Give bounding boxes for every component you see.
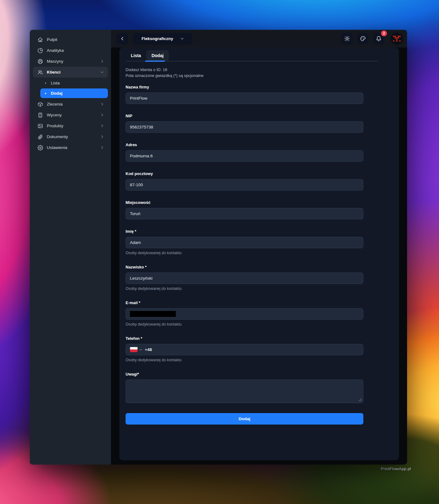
- input-value: Leszczyński: [130, 276, 153, 281]
- field-nazwa-firmy: Nazwa firmy PrintFlow: [126, 85, 363, 104]
- intro-line-2: Pola oznaczone gwiazdką (*) są opcjonaln…: [126, 73, 393, 79]
- sidebar-item-label: Klienci: [47, 70, 60, 74]
- sun-icon: [344, 36, 350, 42]
- sidebar-item-label: Wyceny: [47, 113, 62, 117]
- input-value: Adam: [130, 240, 141, 245]
- tab-lista[interactable]: Lista: [126, 50, 146, 61]
- field-uwagi: Uwagi*: [126, 372, 363, 403]
- chevron-down-icon: [180, 37, 184, 41]
- sidebar-subitem-dodaj[interactable]: Dodaj: [40, 88, 108, 98]
- chevron-right-icon: [100, 59, 104, 63]
- avatar-identicon-icon: [393, 36, 401, 42]
- input-value: 87-100: [130, 182, 143, 187]
- tab-dodaj[interactable]: Dodaj: [146, 50, 169, 61]
- notification-badge: 2: [381, 30, 387, 36]
- field-label: Nazwisko *: [126, 265, 363, 269]
- nip-input[interactable]: 9562375738: [126, 121, 363, 133]
- sidebar-item-label: Pulpit: [47, 37, 57, 42]
- bell-icon: [376, 36, 382, 42]
- topbar: Fleksograficzny: [111, 30, 407, 47]
- field-email: E-mail * Osoby dedykowanej do kontaktu: [126, 300, 363, 326]
- field-miejscowosc: Miejscowość Toruń: [126, 200, 363, 219]
- sidebar-item-analityka[interactable]: Analityka: [33, 45, 108, 56]
- field-kod-pocztowy: Kod pocztowy 87-100: [126, 171, 363, 191]
- form-intro: Dodasz klienta o ID: 16 Pola oznaczone g…: [126, 67, 393, 79]
- image-icon: [38, 123, 43, 129]
- pie-chart-icon: [38, 48, 43, 53]
- watermark: PrintFlowApp.pl: [381, 466, 411, 471]
- avatar[interactable]: [391, 33, 403, 45]
- bullet-icon: [45, 93, 46, 94]
- users-icon: [38, 70, 43, 75]
- sidebar-item-ustawienia[interactable]: Ustawienia: [33, 142, 108, 153]
- nazwa-firmy-input[interactable]: PrintFlow: [126, 92, 363, 104]
- home-icon: [38, 37, 43, 43]
- sidebar-item-label: Ustawienia: [47, 145, 67, 150]
- sidebar-item-klienci[interactable]: Klienci: [33, 67, 108, 78]
- sidebar-item-maszyny[interactable]: Maszyny: [33, 56, 108, 67]
- chevron-right-icon: [100, 102, 104, 106]
- app-window: Pulpit Analityka Maszyny Klienci: [30, 30, 407, 465]
- bullet-icon: [45, 83, 46, 84]
- chevron-right-icon: [100, 113, 104, 117]
- topbar-actions: 2: [341, 33, 403, 45]
- field-nazwisko: Nazwisko * Leszczyński Osoby dedykowanej…: [126, 265, 363, 291]
- field-label: Uwagi*: [126, 372, 363, 376]
- field-helper: Osoby dedykowanej do kontaktu: [126, 358, 363, 362]
- sidebar-item-dokumenty[interactable]: Dokumenty: [33, 131, 108, 142]
- palette-icon: [360, 36, 366, 42]
- nazwisko-input[interactable]: Leszczyński: [126, 272, 363, 284]
- field-helper: Osoby dedykowanej do kontaktu: [126, 251, 363, 255]
- chevron-down-icon: [100, 70, 104, 74]
- miejscowosc-input[interactable]: Toruń: [126, 208, 363, 219]
- input-value: Toruń: [130, 211, 140, 216]
- palette-button[interactable]: [357, 33, 369, 45]
- imie-input[interactable]: Adam: [126, 237, 363, 248]
- sidebar-item-zlecenia[interactable]: Zlecenia: [33, 99, 108, 110]
- input-value: PrintFlow: [130, 96, 147, 101]
- sidebar-subitem-label: Lista: [51, 81, 60, 85]
- theme-toggle-button[interactable]: [341, 33, 353, 45]
- sidebar-item-label: Zlecenia: [47, 102, 63, 106]
- input-value: Podmurna 6: [130, 154, 153, 158]
- chevron-right-icon: [100, 124, 104, 128]
- sidebar: Pulpit Analityka Maszyny Klienci: [30, 30, 111, 465]
- adres-input[interactable]: Podmurna 6: [126, 150, 363, 162]
- tab-bar: Lista Dodaj: [126, 47, 393, 61]
- sidebar-subitem-lista[interactable]: Lista: [40, 78, 108, 88]
- sidebar-item-wyceny[interactable]: Wyceny: [33, 110, 108, 120]
- intro-line-1: Dodasz klienta o ID: 16: [126, 67, 393, 73]
- package-icon: [38, 101, 43, 107]
- chevron-left-icon: [120, 36, 125, 41]
- sidebar-subitem-label: Dodaj: [51, 91, 63, 96]
- chevron-right-icon: [100, 146, 104, 150]
- paperclip-icon: [38, 134, 43, 140]
- calculator-icon: [38, 112, 43, 118]
- add-client-form: Nazwa firmy PrintFlow NIP 9562375738 Adr…: [126, 85, 363, 425]
- sidebar-item-label: Produkty: [47, 124, 63, 128]
- sidebar-item-label: Analityka: [47, 48, 64, 53]
- input-value: 9562375738: [130, 125, 153, 129]
- field-imie: Imię * Adam Osoby dedykowanej do kontakt…: [126, 229, 363, 255]
- uwagi-textarea[interactable]: [126, 380, 363, 403]
- telefon-input[interactable]: +48: [126, 344, 363, 355]
- submit-button[interactable]: Dodaj: [126, 413, 363, 425]
- chevron-right-icon: [100, 135, 104, 139]
- field-label: Imię *: [126, 229, 363, 234]
- content-area: Lista Dodaj Dodasz klienta o ID: 16 Pola…: [111, 47, 407, 465]
- phone-prefix: +48: [145, 347, 152, 352]
- sidebar-item-produkty[interactable]: Produkty: [33, 120, 108, 131]
- redaction-overlay: [130, 311, 176, 317]
- poland-flag-icon[interactable]: [130, 347, 138, 352]
- field-adres: Adres Podmurna 6: [126, 142, 363, 162]
- sidebar-item-pulpit[interactable]: Pulpit: [33, 34, 108, 45]
- kod-pocztowy-input[interactable]: 87-100: [126, 179, 363, 191]
- machine-selector-value: Fleksograficzny: [141, 36, 173, 41]
- gear-icon: [38, 145, 43, 151]
- field-telefon: Telefon * +48 Osoby dedykowanej do konta…: [126, 336, 363, 362]
- field-label: Miejscowość: [126, 200, 363, 205]
- field-helper: Osoby dedykowanej do kontaktu: [126, 322, 363, 326]
- machine-selector-dropdown[interactable]: Fleksograficzny: [133, 33, 193, 45]
- back-button[interactable]: [116, 33, 128, 45]
- email-input[interactable]: [126, 308, 363, 320]
